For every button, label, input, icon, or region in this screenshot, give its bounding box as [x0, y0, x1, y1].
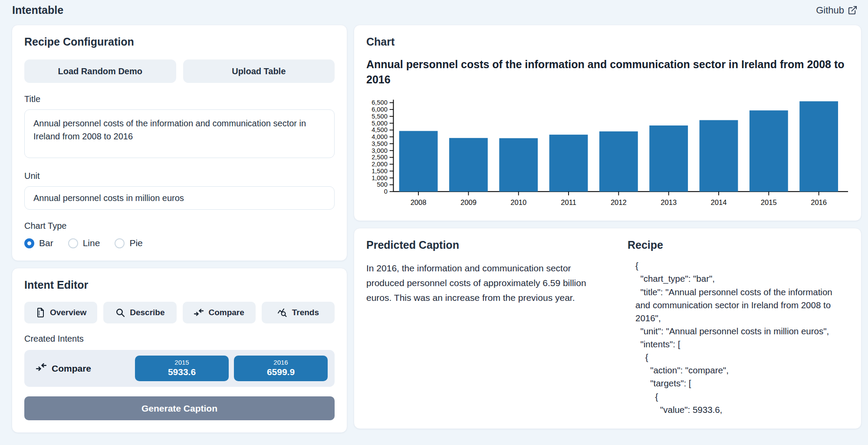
upload-table-button[interactable]: Upload Table	[183, 59, 335, 83]
chart-heading: Chart	[366, 36, 849, 48]
app-title: Intentable	[12, 4, 63, 16]
created-intents-label: Created Intents	[24, 334, 335, 344]
chart-type-radio-line-label: Line	[83, 238, 100, 248]
unit-input[interactable]	[24, 186, 335, 210]
intent-target-year: 2015	[135, 359, 229, 366]
svg-text:500: 500	[377, 181, 387, 188]
recipe-heading: Recipe	[628, 239, 849, 251]
chart-type-label: Chart Type	[24, 221, 335, 231]
app-header: Intentable Github	[0, 0, 868, 20]
predicted-caption-heading: Predicted Caption	[366, 239, 597, 251]
recipe-configuration-card: Recipe Configuration Load Random Demo Up…	[12, 25, 347, 261]
created-intent-row: Compare 2015 5933.6 2016 6599.9	[24, 350, 335, 387]
title-input[interactable]: Annual personnel costs of the informatio…	[24, 109, 335, 158]
created-intent-action: Compare	[36, 362, 129, 375]
title-field-label: Title	[24, 94, 335, 104]
svg-text:4,000: 4,000	[372, 133, 388, 140]
trends-intent-label: Trends	[292, 308, 319, 317]
unit-field-label: Unit	[24, 171, 335, 181]
predicted-caption-text: In 2016, the information and communicati…	[366, 261, 597, 305]
recipe-panel: Recipe { "chart_type": "bar", "title": "…	[618, 239, 849, 416]
svg-text:5,000: 5,000	[372, 120, 388, 127]
svg-text:2012: 2012	[611, 198, 627, 207]
svg-text:1,500: 1,500	[372, 168, 388, 175]
chart-type-radio-pie[interactable]: Pie	[115, 238, 142, 248]
svg-text:2008: 2008	[411, 198, 427, 207]
chart-type-radio-line[interactable]: Line	[68, 238, 100, 248]
svg-text:6,000: 6,000	[372, 106, 388, 113]
compare-arrows-icon	[194, 307, 204, 318]
predicted-caption-panel: Predicted Caption In 2016, the informati…	[366, 239, 597, 416]
external-link-icon	[848, 5, 858, 15]
radio-selected-icon	[24, 238, 34, 248]
describe-intent-button[interactable]: Describe	[103, 302, 176, 323]
chart-type-radio-bar[interactable]: Bar	[24, 238, 53, 248]
bar-chart: 05001,0001,5002,0002,5003,0003,5004,0004…	[366, 93, 849, 208]
intent-target-chip-2015[interactable]: 2015 5933.6	[135, 356, 229, 381]
caption-recipe-card: Predicted Caption In 2016, the informati…	[354, 228, 861, 429]
intent-target-year: 2016	[234, 359, 328, 366]
svg-text:1,000: 1,000	[372, 175, 388, 181]
svg-text:2014: 2014	[711, 198, 727, 207]
radio-unselected-icon	[68, 238, 78, 248]
svg-text:2016: 2016	[811, 198, 827, 207]
svg-text:3,000: 3,000	[372, 147, 388, 154]
search-icon	[115, 307, 125, 318]
svg-text:2013: 2013	[661, 198, 677, 207]
chart-type-radio-group: Bar Line Pie	[24, 238, 335, 248]
svg-text:0: 0	[384, 188, 388, 195]
svg-text:2015: 2015	[761, 198, 777, 207]
github-link-label: Github	[816, 5, 844, 16]
svg-text:2010: 2010	[510, 198, 526, 207]
bar-chart-svg: 05001,0001,5002,0002,5003,0003,5004,0004…	[366, 93, 849, 208]
intent-editor-card: Intent Editor Overview	[12, 268, 347, 433]
created-intent-action-label: Compare	[52, 363, 91, 374]
describe-intent-label: Describe	[130, 308, 164, 317]
compare-intent-button[interactable]: Compare	[183, 302, 256, 323]
chart-card: Chart Annual personnel costs of the info…	[354, 25, 861, 221]
chart-title: Annual personnel costs of the informatio…	[366, 57, 849, 87]
generate-caption-button[interactable]: Generate Caption	[24, 396, 335, 420]
intent-target-value: 6599.9	[234, 367, 328, 377]
load-random-demo-button[interactable]: Load Random Demo	[24, 59, 176, 83]
compare-arrows-icon	[36, 362, 47, 375]
svg-text:2009: 2009	[460, 198, 477, 207]
compare-intent-label: Compare	[208, 308, 244, 317]
intent-editor-heading: Intent Editor	[24, 279, 335, 291]
intent-target-value: 5933.6	[135, 367, 229, 377]
intent-target-chip-2016[interactable]: 2016 6599.9	[234, 356, 328, 381]
radio-unselected-icon	[115, 238, 125, 248]
overview-intent-label: Overview	[50, 308, 87, 317]
svg-text:3,500: 3,500	[372, 140, 388, 147]
overview-intent-button[interactable]: Overview	[24, 302, 97, 323]
document-icon	[35, 307, 46, 318]
svg-text:5,500: 5,500	[372, 113, 388, 120]
trends-icon	[277, 307, 288, 318]
intent-target-chips: 2015 5933.6 2016 6599.9	[135, 356, 328, 381]
recipe-configuration-heading: Recipe Configuration	[24, 36, 335, 48]
recipe-json-code: { "chart_type": "bar", "title": "Annual …	[628, 259, 849, 416]
svg-text:6,500: 6,500	[372, 99, 388, 106]
github-link[interactable]: Github	[816, 5, 858, 16]
chart-type-radio-bar-label: Bar	[39, 238, 53, 248]
svg-text:2,000: 2,000	[372, 161, 388, 168]
trends-intent-button[interactable]: Trends	[262, 302, 335, 323]
svg-text:2011: 2011	[561, 198, 576, 207]
svg-text:4,500: 4,500	[372, 126, 388, 133]
chart-type-radio-pie-label: Pie	[129, 238, 142, 248]
svg-text:2,500: 2,500	[372, 154, 388, 161]
